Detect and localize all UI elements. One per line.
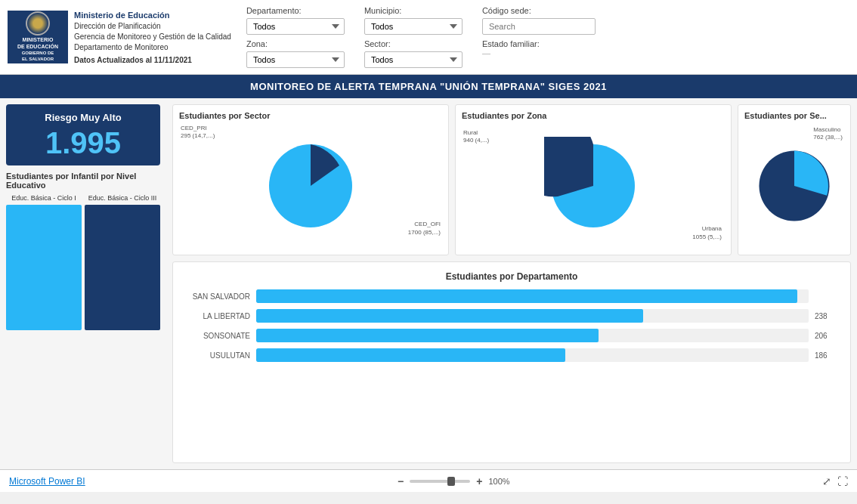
sector-filter: Sector: Todos (364, 39, 470, 68)
educativo-bars: Educ. Básica - Ciclo I Educ. Básica - Ci… (6, 194, 160, 330)
banner-text: MONITOREO DE ALERTA TEMPRANA "UNIÓN TEMP… (250, 81, 607, 92)
zona-pie-svg (544, 137, 642, 235)
municipio-filter: Municipio: Todos (364, 6, 470, 35)
footer: Microsoft Power BI − + 100% ⤢ ⛶ (0, 469, 857, 492)
edu-bar-fill-2 (85, 205, 160, 330)
departamento-filter: Departamento: Todos (246, 6, 352, 35)
educativo-section: Estudiantes por Infantil por Nivel Educa… (6, 172, 160, 463)
bar-row-sonsonate: SONSONATE 206 (182, 329, 841, 342)
charts-top-row: Estudiantes por Sector CED_PRI295 (14,7,… (172, 104, 851, 255)
filters-area: Departamento: Todos Municipio: Todos Cód… (239, 6, 849, 68)
estado-area: Estado familiar: — (482, 39, 540, 57)
sexo-pie-svg (753, 141, 836, 231)
zona-filter: Zona: Todos (246, 39, 352, 68)
sexo-chart-title: Estudiantes por Se... (744, 111, 844, 120)
sector-label: Sector: (364, 39, 470, 48)
bar-row-usulutan: USULUTAN 186 (182, 348, 841, 362)
footer-brand[interactable]: Microsoft Power BI (9, 476, 85, 487)
riesgo-title: Riesgo Muy Alto (14, 112, 153, 123)
banner: MONITOREO DE ALERTA TEMPRANA "UNIÓN TEMP… (0, 75, 857, 98)
dept-label-san-salvador: SAN SALVADOR (182, 292, 250, 301)
edu-bar-label-2: Educ. Básica - Ciclo III (85, 194, 160, 202)
bar-fill-container-3 (256, 329, 809, 342)
bar-fill-2 (256, 309, 643, 323)
municipio-label: Municipio: (364, 6, 470, 15)
zoom-value: 100% (488, 477, 509, 486)
zona-chart-body: Rural940 (4,...) Urbana1055 (5,...) (462, 123, 725, 249)
left-panel: Riesgo Muy Alto 1.995 Estudiantes por In… (0, 98, 166, 469)
sector-chart-card: Estudiantes por Sector CED_PRI295 (14,7,… (172, 104, 449, 255)
bar-fill-4 (256, 348, 565, 362)
sector-label-pri: CED_PRI295 (14,7,...) (181, 125, 215, 141)
main-content: Riesgo Muy Alto 1.995 Estudiantes por In… (0, 98, 857, 469)
educativo-title: Estudiantes por Infantil por Nivel Educa… (6, 172, 160, 190)
departamento-select[interactable]: Todos (246, 18, 345, 35)
codigo-area: Código sede: (482, 6, 603, 35)
expand-icon[interactable]: ⤢ (822, 475, 831, 487)
sexo-chart-card: Estudiantes por Se... Masculino762 (38,.… (738, 104, 851, 255)
zona-label: Zona: (246, 39, 352, 48)
logo-area: MINISTERIO DE EDUCACIÓN GOBIERNO DE EL S… (8, 6, 231, 68)
zoom-plus-button[interactable]: + (476, 475, 482, 487)
zona-label-rural: Rural940 (4,...) (463, 129, 489, 145)
sexo-label-masculino: Masculino762 (38,...) (813, 126, 843, 142)
estado-label: Estado familiar: (482, 39, 540, 48)
zona-label-urbana: Urbana1055 (5,...) (692, 225, 722, 241)
logo-text: MINISTERIO DE EDUCACIÓN GOBIERNO DE EL S… (17, 37, 58, 63)
sector-chart-title: Estudiantes por Sector (179, 111, 442, 120)
ministry-title-2: Dirección de Planificación (74, 21, 231, 32)
fullscreen-icon[interactable]: ⛶ (837, 475, 848, 487)
zoom-slider[interactable] (410, 480, 470, 483)
bar-fill-container-4 (256, 348, 809, 362)
bar-value-4: 186 (815, 351, 841, 360)
riesgo-card: Riesgo Muy Alto 1.995 (6, 104, 160, 165)
ministry-title-3: Gerencia de Monitoreo y Gestión de la Ca… (74, 32, 231, 42)
bar-fill-3 (256, 329, 599, 342)
edu-bar-fill-1 (6, 205, 82, 330)
bar-fill-container-1 (256, 289, 809, 303)
right-panel: Estudiantes por Sector CED_PRI295 (14,7,… (166, 98, 857, 469)
codigo-label: Código sede: (482, 6, 603, 15)
edu-bar-label-1: Educ. Básica - Ciclo I (6, 194, 82, 202)
sector-chart-body: CED_PRI295 (14,7,...) CED_OFI1700 (85,..… (179, 123, 442, 249)
ministry-info: Ministerio de Educación Dirección de Pla… (74, 10, 231, 64)
sector-pie-svg (261, 137, 360, 235)
sector-label-ofi: CED_OFI1700 (85,...) (408, 221, 441, 237)
edu-bar-item-2: Educ. Básica - Ciclo III (85, 194, 160, 330)
bar-row-san-salvador: SAN SALVADOR (182, 289, 841, 303)
zona-chart-card: Estudiantes por Zona Rural940 (4,...) Ur… (455, 104, 732, 255)
bar-value-2: 238 (815, 312, 841, 320)
bar-value-3: 206 (815, 332, 841, 340)
ministry-title-1: Ministerio de Educación (74, 10, 231, 21)
logo-emblem (26, 11, 50, 36)
sexo-chart-body: Masculino762 (38,...) (744, 123, 844, 249)
zona-chart-title: Estudiantes por Zona (462, 111, 725, 120)
edu-bar-item-1: Educ. Básica - Ciclo I (6, 194, 82, 330)
dept-label-la-libertad: LA LIBERTAD (182, 312, 250, 320)
zoom-slider-thumb (447, 477, 455, 486)
codigo-input[interactable] (482, 18, 596, 35)
bar-fill-1 (256, 289, 797, 303)
ministry-date: Datos Actualizados al 11/11/2021 (74, 56, 231, 64)
ministry-title-4: Departamento de Monitoreo (74, 42, 231, 53)
departamento-chart-card: Estudiantes por Departamento SAN SALVADO… (172, 261, 851, 463)
zona-select[interactable]: Todos (246, 51, 345, 68)
departamento-label: Departamento: (246, 6, 352, 15)
bar-row-la-libertad: LA LIBERTAD 238 (182, 309, 841, 323)
bar-fill-container-2 (256, 309, 809, 323)
sector-select[interactable]: Todos (364, 51, 463, 68)
logo-box: MINISTERIO DE EDUCACIÓN GOBIERNO DE EL S… (8, 11, 68, 63)
dept-label-usulutan: USULUTAN (182, 351, 250, 360)
zoom-minus-button[interactable]: − (398, 475, 404, 487)
departamento-chart-title: Estudiantes por Departamento (182, 271, 841, 282)
footer-icons: ⤢ ⛶ (822, 475, 848, 487)
departamento-bars: SAN SALVADOR LA LIBERTAD 238 SONSONATE (182, 289, 841, 362)
riesgo-number: 1.995 (14, 128, 153, 158)
footer-zoom-area: − + 100% (398, 475, 510, 487)
municipio-select[interactable]: Todos (364, 18, 463, 35)
header: MINISTERIO DE EDUCACIÓN GOBIERNO DE EL S… (0, 0, 857, 75)
dept-label-sonsonate: SONSONATE (182, 332, 250, 340)
